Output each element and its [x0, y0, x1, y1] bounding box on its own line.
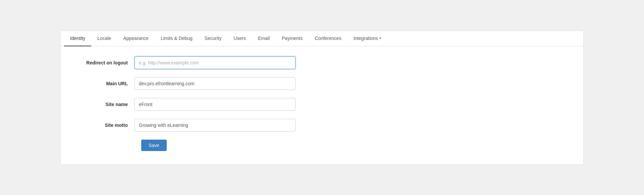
tab-payments-label: Payments	[282, 36, 303, 41]
site-name-label: Site name	[74, 102, 135, 107]
tab-limits-debug-label: Limits & Debug	[161, 36, 193, 41]
redirect-on-logout-input[interactable]	[135, 56, 296, 69]
site-motto-group: Site motto	[74, 119, 570, 132]
tab-locale[interactable]: Locale	[91, 31, 117, 46]
tab-appearance[interactable]: Appearance	[117, 31, 155, 46]
redirect-on-logout-group: Redirect on logout	[74, 56, 570, 69]
site-name-input[interactable]	[135, 98, 296, 111]
tab-locale-label: Locale	[97, 36, 111, 41]
tab-appearance-label: Appearance	[123, 36, 149, 41]
tab-conferences-label: Conferences	[315, 36, 341, 41]
tab-users-label: Users	[233, 36, 246, 41]
save-button[interactable]: Save	[141, 140, 167, 151]
site-motto-input[interactable]	[135, 119, 296, 132]
tab-identity-label: Identity	[70, 36, 85, 41]
tab-security[interactable]: Security	[199, 31, 228, 46]
main-url-input[interactable]	[135, 77, 296, 90]
tab-conferences[interactable]: Conferences	[309, 31, 347, 46]
tab-limits-debug[interactable]: Limits & Debug	[155, 31, 199, 46]
redirect-on-logout-label: Redirect on logout	[74, 60, 135, 65]
settings-card: Identity Locale Appearance Limits & Debu…	[60, 31, 584, 165]
tabs-bar: Identity Locale Appearance Limits & Debu…	[61, 31, 583, 46]
button-row: Save	[141, 140, 570, 151]
tab-integrations[interactable]: Integrations ▾	[347, 31, 387, 46]
tab-payments[interactable]: Payments	[276, 31, 309, 46]
chevron-down-icon: ▾	[379, 36, 381, 40]
main-url-group: Main URL	[74, 77, 570, 90]
tab-users[interactable]: Users	[227, 31, 252, 46]
main-url-label: Main URL	[74, 81, 135, 86]
tab-identity[interactable]: Identity	[64, 31, 91, 46]
form-content: Redirect on logout Main URL Site name Si…	[61, 46, 583, 164]
tab-integrations-label: Integrations	[354, 36, 378, 41]
tab-email-label: Email	[258, 36, 270, 41]
tab-email[interactable]: Email	[252, 31, 276, 46]
tab-security-label: Security	[205, 36, 222, 41]
site-motto-label: Site motto	[74, 123, 135, 128]
site-name-group: Site name	[74, 98, 570, 111]
